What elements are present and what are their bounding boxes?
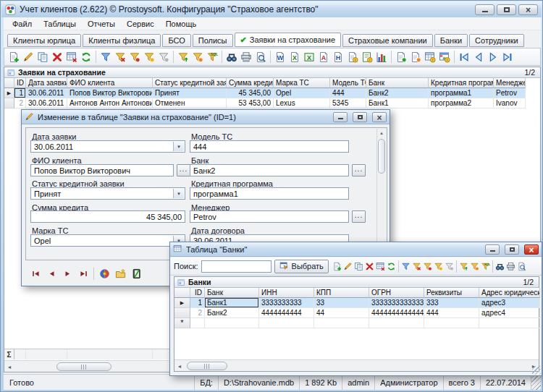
menu-item-2[interactable]: Отчеты [82, 18, 121, 30]
dropdown-arrow-icon[interactable] [173, 189, 184, 198]
maximize-button[interactable] [497, 4, 516, 15]
column-header[interactable]: Марка ТС [274, 78, 330, 88]
column-header[interactable]: Кредитная программа [429, 78, 494, 88]
copy-record-icon[interactable] [35, 50, 50, 64]
field-date-input[interactable]: 30.06.2011 [30, 140, 185, 153]
filter-fast-icon[interactable] [142, 50, 156, 64]
export-html-icon[interactable]: H [331, 50, 345, 64]
filter-save-icon[interactable] [422, 260, 433, 272]
resize-grip[interactable] [532, 366, 541, 375]
tab-5[interactable]: Страховые компании [342, 34, 433, 47]
field-client-input[interactable]: Попов Виктор Викторович [30, 164, 174, 176]
dialog-minimize-button[interactable] [333, 112, 348, 122]
column-header[interactable]: Дата заявки [26, 78, 67, 88]
column-header[interactable]: Сумма кредита [227, 78, 274, 88]
chart-icon[interactable] [374, 50, 389, 64]
scroll-up-arrow-icon[interactable]: ▲ [377, 129, 386, 137]
record-first-icon[interactable] [28, 267, 43, 280]
export-excel-icon[interactable]: X [287, 50, 302, 64]
totals2-icon[interactable] [408, 50, 423, 64]
export-pdf-icon[interactable]: A [316, 50, 331, 64]
tab-6[interactable]: Банки [434, 34, 468, 47]
totals-icon[interactable] [394, 50, 408, 64]
dialog-close-button[interactable] [524, 244, 539, 255]
scroll-left-arrow-icon[interactable]: ◄ [174, 361, 185, 371]
column-header[interactable]: ФИО клиента [67, 78, 153, 88]
scroll-left-arrow-icon[interactable]: ◄ [4, 362, 14, 372]
table-style-icon[interactable] [437, 50, 452, 64]
field-program-input[interactable]: программа1 [190, 187, 349, 200]
filter-icon[interactable] [98, 50, 113, 64]
filter-up-icon[interactable] [176, 50, 190, 64]
minimize-button[interactable] [475, 4, 494, 15]
preview-icon[interactable] [516, 260, 527, 272]
column-header[interactable]: Банк [205, 288, 259, 298]
clear-table-icon[interactable] [375, 260, 386, 272]
sql-filter-icon[interactable]: SQL [480, 260, 491, 272]
title-bar[interactable]: Учет клиентов (2.622) © Prostoysoft. Кон… [1, 1, 542, 17]
field-amount-input[interactable]: 45 345,00 [30, 210, 185, 223]
field-status-input[interactable]: Принят [30, 187, 185, 200]
dialog-maximize-button[interactable] [505, 244, 519, 255]
export-money-icon[interactable] [345, 50, 360, 64]
filter-fast-icon[interactable] [433, 260, 444, 272]
column-header[interactable]: КПП [314, 288, 369, 298]
field-bank-lookup-button[interactable] [352, 164, 366, 176]
filter-delete-icon[interactable] [113, 50, 127, 64]
tab-1[interactable]: Клиенты физлица [83, 34, 161, 47]
form-vertical-scrollbar[interactable]: ▲ ▼ [376, 129, 386, 259]
find-icon[interactable] [494, 260, 505, 272]
table-sum-icon[interactable] [423, 50, 437, 64]
tab-4[interactable]: Заявки на страхование [235, 33, 342, 47]
tab-3[interactable]: Полисы [193, 34, 233, 47]
menu-item-3[interactable]: Сервис [121, 18, 160, 30]
column-header[interactable]: Реквизиты [424, 288, 479, 298]
close-button[interactable] [518, 4, 538, 15]
column-header[interactable]: ОГРН [369, 288, 424, 298]
menu-item-4[interactable]: Помощь [160, 18, 203, 30]
filter-group-icon[interactable] [190, 50, 205, 64]
export-excel2-icon[interactable]: X [302, 50, 316, 64]
print-icon[interactable] [505, 260, 516, 272]
column-header[interactable]: Статус кредитной заявки [153, 78, 227, 88]
table-row[interactable]: ▶1Банк13333333333333333333333333333адрес… [174, 298, 539, 308]
edit-record-icon[interactable] [342, 260, 353, 272]
preview-icon[interactable] [253, 50, 268, 64]
table-row[interactable]: ▶130.06.2011Попов Виктор ВикторовичПриня… [4, 88, 540, 98]
copy-record-icon[interactable] [353, 260, 364, 272]
refresh-icon[interactable] [79, 50, 93, 64]
filter-icon[interactable] [400, 260, 411, 272]
field-model-input[interactable]: 444 [190, 140, 349, 153]
refresh-icon[interactable] [386, 260, 397, 272]
filter-save-icon[interactable] [127, 50, 142, 64]
nav-last-icon[interactable] [500, 50, 515, 64]
column-header[interactable]: Банк [366, 78, 429, 88]
filter-clear-icon[interactable] [156, 50, 171, 64]
edit-record-icon[interactable] [21, 50, 35, 64]
banks-dialog-title-bar[interactable]: Таблица "Банки" [170, 242, 542, 257]
table-row[interactable]: 2Банк244444444444444444444444444444адрес… [174, 308, 539, 318]
filter-group-icon[interactable] [469, 260, 480, 272]
menu-item-0[interactable]: Файл [7, 18, 38, 30]
find-icon[interactable] [224, 50, 239, 64]
scroll-thumb[interactable] [187, 362, 227, 370]
tab-2[interactable]: БСО [162, 34, 190, 47]
clear-table-icon[interactable] [64, 50, 79, 64]
add-record-icon[interactable] [332, 260, 342, 272]
field-manager-input[interactable]: Petrov [190, 210, 349, 223]
add-record-icon[interactable] [7, 50, 21, 64]
export-money2-icon[interactable] [360, 50, 374, 64]
edit-dialog-title-bar[interactable]: Изменение в таблице "Заявки на страхован… [22, 110, 390, 124]
field-bank-input[interactable]: Банк2 [190, 164, 349, 176]
column-header[interactable]: ID [190, 288, 205, 298]
nav-prev-icon[interactable] [471, 50, 486, 64]
search-input[interactable] [201, 260, 272, 273]
filter-clear-icon[interactable] [444, 260, 455, 272]
table-row[interactable]: 230.06.2011Антонов Антон АнтоновичОтмене… [4, 98, 540, 108]
column-header[interactable]: Модель ТС [330, 78, 366, 88]
scroll-thumb[interactable] [378, 139, 385, 174]
export-word-icon[interactable]: W [273, 50, 287, 64]
banks-horizontal-scrollbar[interactable]: ◄ ► [174, 359, 539, 371]
column-header[interactable]: Менеджер [494, 78, 526, 88]
folder-image-icon[interactable] [112, 267, 128, 280]
